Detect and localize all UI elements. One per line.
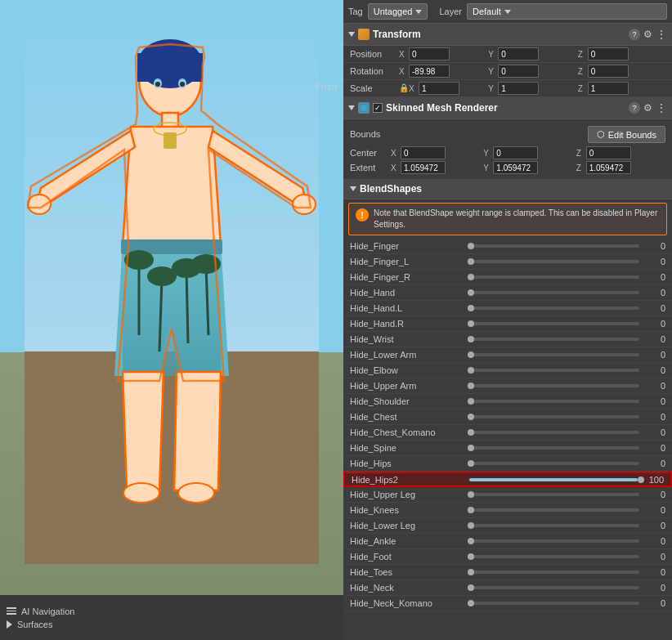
blendshape-slider-container[interactable] — [464, 508, 643, 512]
scale-xyz-group: 🔒 X Y Z — [399, 82, 665, 95]
transform-more-icon[interactable]: ⋮ — [656, 28, 667, 41]
blendshape-slider-container[interactable] — [464, 291, 643, 294]
blendshape-value: 0 — [643, 459, 665, 468]
transform-section-header[interactable]: Transform ? ⚙ ⋮ — [343, 24, 672, 46]
rotation-row: Rotation X Y Z — [343, 63, 672, 80]
blendshape-slider-thumb — [468, 460, 474, 467]
blendshape-slider-thumb — [468, 491, 474, 498]
blendshape-slider-track — [468, 602, 639, 605]
center-z-field: Z — [576, 146, 665, 159]
blendshape-row: Hide_Shoulder0 — [343, 394, 672, 410]
extent-x-input[interactable] — [401, 161, 446, 174]
rotation-x-input[interactable] — [409, 65, 450, 78]
blendshape-slider-track — [469, 478, 638, 481]
blendshape-slider-container[interactable] — [464, 353, 643, 356]
blendshape-name: Hide_Knees — [350, 505, 464, 515]
viewport[interactable]: Front AI Navigation Surfaces — [0, 0, 343, 640]
blendshape-slider-container[interactable] — [464, 555, 643, 558]
blendshape-value: 0 — [643, 381, 665, 391]
scale-y-input[interactable] — [498, 82, 539, 95]
transform-help-icon[interactable]: ? — [629, 29, 640, 40]
blendshape-list: Hide_Finger0Hide_Finger_L0Hide_Finger_R0… — [343, 239, 672, 611]
ai-navigation-item[interactable]: AI Navigation — [7, 605, 337, 618]
blendshape-slider-container[interactable] — [464, 322, 643, 325]
blendshape-slider-container[interactable] — [464, 602, 643, 605]
blendshape-slider-container[interactable] — [464, 275, 643, 279]
blendshape-slider-thumb — [468, 445, 474, 451]
lock-icon: 🔒 — [399, 83, 407, 93]
smr-section-header[interactable]: Skinned Mesh Renderer ? ⚙ ⋮ — [343, 97, 672, 119]
blendshape-slider-thumb — [468, 367, 474, 374]
blendshape-slider-track — [468, 586, 639, 589]
blendshape-value: 0 — [643, 241, 665, 251]
smr-icon — [358, 102, 370, 114]
center-y-input[interactable] — [493, 146, 538, 159]
blendshape-value: 0 — [643, 552, 665, 562]
edit-bounds-button[interactable]: ⬡ Edit Bounds — [588, 126, 665, 143]
smr-more-icon[interactable]: ⋮ — [656, 101, 667, 114]
smr-help-icon[interactable]: ? — [629, 102, 640, 114]
blendshape-slider-container[interactable] — [464, 260, 643, 263]
tag-layer-bar: Tag Untagged Layer Default — [343, 0, 672, 24]
blendshape-slider-thumb — [468, 258, 474, 265]
blendshape-slider-track — [468, 524, 639, 527]
blendshape-slider-container[interactable] — [464, 431, 643, 434]
position-y-input[interactable] — [498, 47, 539, 60]
blendshape-slider-container[interactable] — [464, 446, 643, 450]
tag-dropdown[interactable]: Untagged — [368, 3, 428, 20]
blendshape-row: Hide_Foot0 — [343, 549, 672, 565]
center-x-input[interactable] — [401, 146, 446, 159]
layer-dropdown[interactable]: Default — [467, 3, 667, 20]
blendshape-slider-container[interactable] — [464, 493, 643, 496]
blendshape-slider-container[interactable] — [466, 478, 641, 481]
scale-x-input[interactable] — [419, 82, 459, 95]
ai-navigation-label: AI Navigation — [21, 606, 74, 616]
smr-enabled-checkbox[interactable] — [373, 103, 383, 113]
character-display — [25, 8, 319, 564]
position-row: Position X Y Z — [343, 46, 672, 63]
svg-point-7 — [155, 82, 160, 87]
smr-settings-icon[interactable]: ⚙ — [643, 102, 652, 114]
scale-z-field: Z — [578, 82, 665, 95]
blendshape-slider-track — [468, 307, 639, 310]
blendshape-name: Hide_Hand.L — [350, 303, 464, 313]
rotation-z-input[interactable] — [588, 65, 629, 78]
blendshape-slider-container[interactable] — [464, 384, 643, 387]
blendshape-slider-thumb — [468, 305, 474, 311]
blendshape-row: Hide_Hips0 — [343, 456, 672, 472]
scale-x-field: 🔒 X — [399, 82, 486, 95]
surfaces-item[interactable]: Surfaces — [7, 618, 337, 631]
extent-y-input[interactable] — [493, 161, 538, 174]
blendshape-name: Hide_Chest_Komano — [350, 427, 464, 437]
blendshape-name: Hide_Hips — [350, 459, 464, 468]
extent-y-field: Y — [483, 161, 572, 174]
position-x-input[interactable] — [409, 47, 450, 60]
bounds-center-row: Center X Y Z — [350, 146, 665, 159]
layer-value: Default — [473, 7, 501, 16]
blendshape-name: Hide_Upper Arm — [350, 381, 464, 391]
position-z-input[interactable] — [588, 47, 629, 60]
rotation-y-input[interactable] — [498, 65, 539, 78]
blendshape-slider-container[interactable] — [464, 462, 643, 465]
blendshape-slider-container[interactable] — [464, 307, 643, 310]
blendshape-slider-container[interactable] — [464, 338, 643, 341]
extent-z-input[interactable] — [586, 161, 631, 174]
blendshape-slider-container[interactable] — [464, 539, 643, 543]
blendshape-slider-container[interactable] — [464, 586, 643, 589]
blendshape-row: Hide_Lower Arm0 — [343, 347, 672, 363]
blendshape-row: Hide_Hand.R0 — [343, 316, 672, 332]
blendshape-slider-container[interactable] — [464, 571, 643, 574]
transform-settings-icon[interactable]: ⚙ — [643, 29, 652, 40]
blendshapes-section-header[interactable]: BlendShapes — [343, 179, 672, 199]
blendshape-row: Hide_Wrist0 — [343, 332, 672, 347]
blendshape-slider-container[interactable] — [464, 415, 643, 418]
blendshape-slider-container[interactable] — [464, 524, 643, 527]
triangle-icon — [7, 620, 12, 629]
blendshape-name: Hide_Shoulder — [350, 396, 464, 406]
blendshape-slider-container[interactable] — [464, 400, 643, 403]
center-z-input[interactable] — [586, 146, 631, 159]
bottom-panel: AI Navigation Surfaces — [0, 595, 343, 640]
blendshape-slider-container[interactable] — [464, 244, 643, 248]
blendshape-slider-container[interactable] — [464, 369, 643, 372]
scale-z-input[interactable] — [588, 82, 629, 95]
